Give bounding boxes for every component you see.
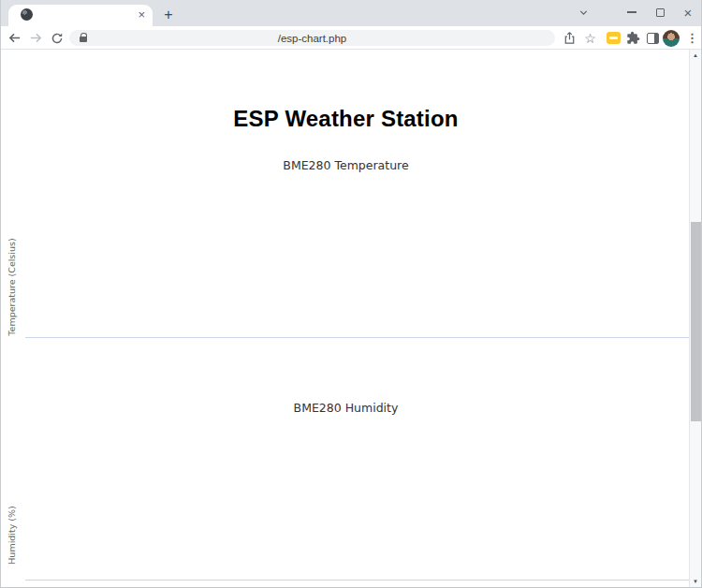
extension-yellow-button[interactable] — [605, 29, 622, 47]
active-tab[interactable]: × — [8, 5, 153, 26]
back-arrow-icon — [7, 31, 22, 45]
site-favicon-globe-icon — [21, 8, 33, 21]
vertical-scrollbar[interactable]: ▲ ▼ — [689, 50, 701, 587]
window-chevron-down-icon[interactable] — [570, 0, 596, 24]
avatar — [663, 30, 680, 47]
forward-button[interactable] — [28, 30, 44, 46]
chevron-down-icon — [578, 7, 589, 18]
chart1-yaxis-label: Temperature (Celsius) — [7, 194, 17, 381]
chart2-xaxis-line — [25, 580, 691, 581]
kebab-menu-icon: ⋮ — [686, 31, 698, 45]
bookmark-button[interactable]: ☆ — [581, 29, 599, 47]
page-title: ESP Weather Station — [1, 106, 691, 132]
chart1-title: BME280 Temperature — [1, 158, 691, 172]
browser-menu-button[interactable]: ⋮ — [683, 29, 701, 47]
tab-strip: × + × — [1, 0, 701, 26]
share-icon — [563, 31, 577, 45]
puzzle-icon — [626, 31, 640, 45]
tab-close-icon[interactable]: × — [138, 7, 145, 23]
address-bar[interactable]: /esp-chart.php — [69, 30, 555, 46]
scrollbar-thumb[interactable] — [691, 222, 701, 421]
browser-window: × + × /esp-chart.php — [0, 0, 702, 588]
chart2-yaxis-label: Humidity (%) — [7, 442, 17, 588]
chart2-title: BME280 Humidity — [1, 401, 691, 415]
new-tab-button[interactable]: + — [158, 5, 179, 25]
url-text[interactable]: /esp-chart.php — [69, 33, 555, 44]
side-panel-button[interactable] — [644, 29, 662, 47]
scroll-down-icon[interactable]: ▼ — [690, 579, 701, 584]
maximize-icon — [656, 8, 665, 17]
side-panel-icon — [647, 33, 659, 44]
page-content: ESP Weather Station BME280 Temperature T… — [1, 50, 691, 587]
back-button[interactable] — [7, 30, 22, 46]
share-button[interactable] — [561, 29, 578, 47]
forward-arrow-icon — [29, 31, 43, 45]
close-icon: × — [684, 5, 693, 21]
reload-icon — [51, 32, 64, 45]
star-icon: ☆ — [584, 31, 596, 46]
browser-toolbar: /esp-chart.php ☆ ⋮ — [1, 26, 701, 50]
scroll-up-icon[interactable]: ▲ — [690, 52, 701, 58]
minimize-icon — [627, 11, 636, 12]
window-minimize-button[interactable] — [619, 0, 645, 24]
window-maximize-button[interactable] — [647, 0, 673, 24]
extensions-button[interactable] — [624, 29, 642, 47]
profile-button[interactable] — [662, 29, 680, 47]
chart1-xaxis-line — [25, 337, 691, 338]
yellow-extension-icon — [607, 32, 621, 44]
window-close-button[interactable]: × — [675, 0, 701, 24]
reload-button[interactable] — [49, 30, 65, 46]
